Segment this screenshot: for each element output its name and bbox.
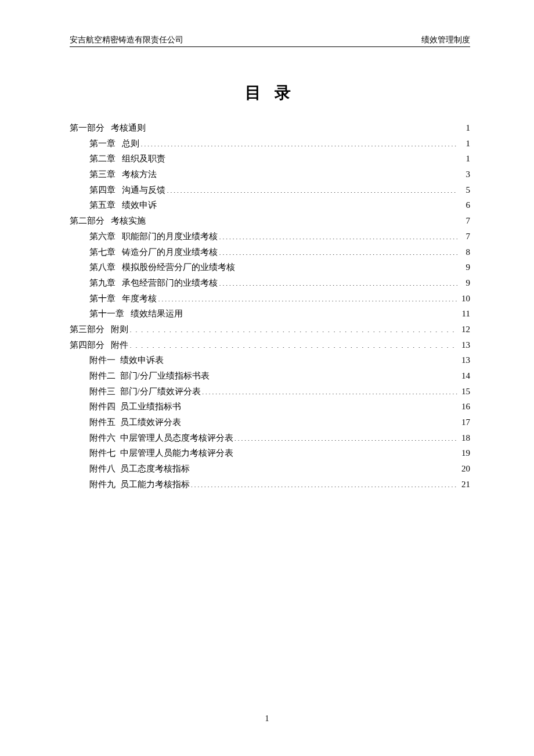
toc-entry: 附件六 中层管理人员态度考核评分表18	[70, 430, 470, 446]
toc-entry-number: 第十一章	[89, 306, 124, 322]
toc-entry-number: 第一章	[89, 136, 116, 152]
header-right: 绩效管理制度	[421, 35, 470, 45]
toc-entry: 第八章 模拟股份经营分厂的业绩考核9	[70, 260, 470, 275]
toc-entry-label: 第四章 沟通与反馈	[89, 182, 165, 198]
toc-entry-page: 9	[459, 275, 470, 291]
toc-entry-number: 第七章	[89, 244, 116, 260]
header-left: 安吉航空精密铸造有限责任公司	[70, 35, 183, 45]
toc-entry-page: 20	[459, 461, 470, 477]
toc-leader-dots	[167, 183, 457, 193]
toc-entry-text: 承包经营部门的业绩考核	[122, 278, 218, 287]
toc-leader-dots	[191, 462, 458, 472]
toc-entry-page: 13	[459, 337, 470, 353]
page-footer: 1	[0, 714, 534, 723]
toc-leader-dots	[147, 214, 457, 224]
toc-entry: 附件四 员工业绩指标书16	[70, 399, 470, 415]
toc-title: 目 录	[70, 82, 470, 104]
toc-leader-dots	[184, 307, 457, 317]
page-number: 1	[265, 714, 269, 723]
toc-entry: 第五章 绩效申诉6	[70, 197, 470, 213]
toc-leader-dots	[182, 416, 458, 426]
toc-entry-label: 第七章 铸造分厂的月度业绩考核	[89, 244, 218, 260]
toc-entry-page: 6	[459, 197, 470, 213]
toc-entry-page: 19	[459, 445, 470, 461]
toc-entry-label: 第十章 年度考核	[89, 291, 157, 307]
toc-entry: 第三章 考核方法3	[70, 167, 470, 182]
toc-entry-label: 第三部分 附则	[70, 322, 128, 337]
toc-entry-label: 附件三 部门/分厂绩效评分表	[89, 384, 201, 399]
toc-entry-number: 附件三	[89, 384, 116, 399]
toc-leader-dots	[147, 121, 457, 131]
toc-leader-dots	[167, 152, 457, 162]
toc-entry-page: 17	[459, 415, 470, 430]
toc-entry-text: 绩效申诉表	[120, 355, 164, 365]
toc-entry-label: 附件八 员工态度考核指标	[89, 461, 190, 477]
toc-leader-dots	[211, 369, 457, 379]
toc-entry-number: 附件七	[89, 445, 116, 461]
toc-entry: 附件三 部门/分厂绩效评分表15	[70, 384, 470, 399]
toc-entry-text: 员工业绩指标书	[120, 402, 181, 411]
toc-entry: 第九章 承包经营部门的业绩考核9	[70, 275, 470, 291]
toc-entry-text: 绩效结果运用	[131, 309, 183, 318]
toc-entry-text: 职能部门的月度业绩考核	[122, 232, 218, 241]
toc-entry: 附件九 员工能力考核指标21	[70, 477, 470, 492]
toc-entry-number: 第三部分	[70, 322, 104, 337]
toc-entry-text: 员工绩效评分表	[120, 417, 181, 427]
toc-entry-label: 附件六 中层管理人员态度考核评分表	[89, 430, 233, 446]
toc-leader-dots	[191, 477, 458, 487]
toc-entry-label: 第十一章 绩效结果运用	[89, 306, 183, 322]
toc-entry: 附件一 绩效申诉表13	[70, 352, 470, 368]
toc-entry-number: 第十章	[89, 291, 116, 307]
toc-entry-text: 部门/分厂绩效评分表	[120, 387, 201, 396]
toc-entry-text: 附件	[111, 340, 128, 350]
toc-entry-label: 附件七 中层管理人员能力考核评分表	[89, 445, 233, 461]
toc-entry-number: 第五章	[89, 197, 116, 213]
page-header: 安吉航空精密铸造有限责任公司 绩效管理制度	[70, 35, 470, 47]
toc-entry-label: 附件五 员工绩效评分表	[89, 415, 181, 430]
toc-entry-page: 3	[459, 167, 470, 182]
toc-entry-page: 9	[459, 260, 470, 275]
toc-leader-dots	[219, 276, 457, 286]
table-of-contents: 第一部分 考核通则1第一章 总则1第二章 组织及职责1第三章 考核方法3第四章 …	[70, 120, 470, 492]
toc-entry-page: 10	[459, 291, 470, 307]
toc-entry-label: 附件二 部门/分厂业绩指标书表	[89, 368, 210, 384]
toc-entry-page: 13	[459, 352, 470, 368]
toc-entry-number: 第三章	[89, 167, 116, 182]
toc-entry-page: 7	[459, 229, 470, 244]
toc-entry: 附件七 中层管理人员能力考核评分表19	[70, 445, 470, 461]
toc-entry-text: 员工能力考核指标	[120, 480, 190, 489]
toc-leader-dots	[236, 261, 457, 271]
toc-entry-text: 中层管理人员态度考核评分表	[120, 433, 233, 442]
toc-entry-page: 18	[459, 430, 470, 446]
toc-entry-text: 考核实施	[111, 216, 146, 225]
toc-entry-number: 第六章	[89, 229, 116, 244]
toc-entry-number: 第九章	[89, 275, 116, 291]
toc-entry-label: 第二部分 考核实施	[70, 213, 146, 229]
toc-entry-label: 附件一 绩效申诉表	[89, 352, 164, 368]
toc-leader-dots	[158, 291, 457, 301]
toc-entry-label: 附件四 员工业绩指标书	[89, 399, 181, 415]
toc-leader-dots	[129, 338, 457, 348]
toc-entry: 第七章 铸造分厂的月度业绩考核8	[70, 244, 470, 260]
toc-entry-number: 附件九	[89, 477, 116, 492]
toc-entry-text: 附则	[111, 325, 128, 334]
toc-entry: 附件八 员工态度考核指标20	[70, 461, 470, 477]
toc-entry-number: 附件一	[89, 352, 116, 368]
toc-entry: 第二部分 考核实施7	[70, 213, 470, 229]
toc-entry-page: 12	[459, 322, 470, 337]
toc-entry-label: 第四部分 附件	[70, 337, 128, 353]
toc-entry-number: 第一部分	[70, 120, 104, 136]
toc-leader-dots	[182, 400, 458, 410]
toc-entry-text: 沟通与反馈	[122, 185, 165, 195]
toc-entry-label: 第一部分 考核通则	[70, 120, 146, 136]
toc-entry: 第六章 职能部门的月度业绩考核7	[70, 229, 470, 244]
toc-entry-text: 绩效申诉	[122, 200, 157, 210]
toc-entry-text: 年度考核	[122, 294, 157, 303]
toc-entry-page: 14	[459, 368, 470, 384]
toc-entry-number: 第四部分	[70, 337, 104, 353]
toc-entry: 第十章 年度考核10	[70, 291, 470, 307]
toc-entry-label: 第九章 承包经营部门的业绩考核	[89, 275, 218, 291]
toc-leader-dots	[129, 322, 457, 332]
toc-leader-dots	[219, 245, 457, 255]
toc-entry-number: 第二部分	[70, 213, 104, 229]
